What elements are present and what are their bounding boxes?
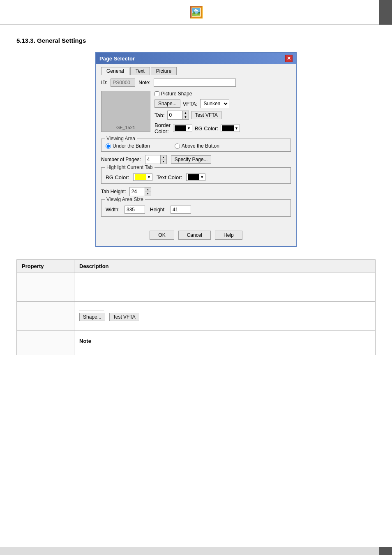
table-row xyxy=(17,293,376,302)
test-vfta-button[interactable]: Test VFTA xyxy=(191,111,221,119)
tab-spinner-arrows: ▲ ▼ xyxy=(182,111,189,119)
pages-spin-down[interactable]: ▼ xyxy=(161,160,166,164)
above-button-label: Above the Button xyxy=(175,143,219,149)
id-note-row: ID: Note: xyxy=(101,79,291,87)
pages-spinner-arrows: ▲ ▼ xyxy=(160,155,166,164)
pages-spin-up[interactable]: ▲ xyxy=(161,155,166,160)
bg-color-swatch[interactable]: ▼ xyxy=(221,125,240,132)
tab-height-spinner: ▲ ▼ xyxy=(129,187,151,196)
width-input[interactable] xyxy=(125,206,145,214)
highlight-bg-text-row: BG Color: ▼ Text Color: ▼ xyxy=(106,173,286,181)
property-cell xyxy=(17,293,74,302)
shape-test-row: Shape... Test VFTA xyxy=(79,313,370,321)
picture-shape-checkbox[interactable] xyxy=(154,91,159,96)
dialog-footer: OK Cancel Help xyxy=(101,227,291,241)
app-icon: 🖼️ xyxy=(189,5,203,19)
bg-color-label: BG Color: xyxy=(195,125,218,132)
tab-height-up[interactable]: ▲ xyxy=(145,187,151,192)
description-col-header: Description xyxy=(74,260,376,273)
highlight-bg-color-block xyxy=(135,174,146,180)
description-cell: Shape... Test VFTA xyxy=(74,302,376,331)
tab-height-input[interactable] xyxy=(130,188,145,195)
viewing-area-size-legend: Viewig Area Size xyxy=(105,197,145,202)
border-color-label: BorderColor: xyxy=(154,122,171,134)
top-bar: 🖼️ xyxy=(0,0,392,25)
border-color-swatch[interactable]: ▼ xyxy=(173,125,192,132)
border-color-block xyxy=(175,125,186,131)
highlight-text-arrow: ▼ xyxy=(200,175,204,179)
id-label: ID: xyxy=(101,80,107,86)
middle-section: GF_1521 Picture Shape Shape... VFTA: xyxy=(101,91,291,134)
property-col-header: Property xyxy=(17,260,74,273)
dialog-close-button[interactable]: ✕ xyxy=(285,55,293,62)
width-label: Width: xyxy=(106,207,120,213)
tab-num-row: Tab: ▲ ▼ Test VFTA xyxy=(154,111,291,120)
viewing-area-radio-row: Under the Button Above the Button xyxy=(106,143,286,149)
tab-text[interactable]: Text xyxy=(130,67,150,75)
table-row: Note xyxy=(17,331,376,355)
table-test-vfta-button[interactable]: Test VFTA xyxy=(109,313,139,321)
tab-spin-up[interactable]: ▲ xyxy=(183,111,189,115)
tab-spin-down[interactable]: ▼ xyxy=(183,115,189,119)
tab-height-label: Tab Height: xyxy=(101,189,126,194)
viewing-area-size-group: Viewig Area Size Width: Height: xyxy=(101,199,291,217)
id-input[interactable] xyxy=(111,79,135,87)
shape-vfta-row: Shape... VFTA: Sunken Raised Flat xyxy=(154,99,291,108)
note-text: Note xyxy=(79,338,91,344)
pages-spinner: ▲ ▼ xyxy=(145,155,167,164)
description-cell: Note xyxy=(74,331,376,355)
pages-row: Number of Pages: ▲ ▼ Specify Page... xyxy=(101,155,291,164)
tab-value-input[interactable] xyxy=(168,111,182,119)
above-button-radio[interactable] xyxy=(175,143,180,149)
tab-general[interactable]: General xyxy=(101,67,129,75)
highlight-text-color-block xyxy=(188,174,199,180)
dialog-tabs: General Text Picture xyxy=(101,67,291,75)
num-pages-label: Number of Pages: xyxy=(101,157,141,162)
viewing-area-legend: Viewing Area xyxy=(105,136,137,141)
border-color-arrow: ▼ xyxy=(187,126,191,130)
tab-height-row: Tab Height: ▲ ▼ xyxy=(101,187,291,196)
property-cell xyxy=(17,331,74,355)
page-selector-dialog: Page Selector ✕ General Text Picture ID:… xyxy=(95,52,297,247)
table-shape-button[interactable]: Shape... xyxy=(79,313,105,321)
tab-spinner: ▲ ▼ xyxy=(167,111,189,120)
property-cell xyxy=(17,273,74,293)
tab-label: Tab: xyxy=(154,112,165,118)
num-pages-input[interactable] xyxy=(145,156,160,163)
cancel-button[interactable]: Cancel xyxy=(178,231,211,240)
picture-shape-row: Picture Shape xyxy=(154,91,291,97)
specify-page-button[interactable]: Specify Page... xyxy=(171,155,212,164)
border-bg-color-row: BorderColor: ▼ BG Color: ▼ xyxy=(154,122,291,134)
view-size-row: Width: Height: xyxy=(106,206,286,214)
note-label: Note: xyxy=(138,80,150,86)
highlight-tab-legend: Highlight Current Tab xyxy=(105,164,154,170)
highlight-bg-swatch[interactable]: ▼ xyxy=(133,173,152,181)
ok-button[interactable]: OK xyxy=(150,231,174,240)
tab-height-arrows: ▲ ▼ xyxy=(145,187,151,196)
main-content: 5.13.3. General Settings Page Selector ✕… xyxy=(0,25,392,368)
help-button[interactable]: Help xyxy=(215,231,242,240)
top-right-decoration xyxy=(379,0,392,25)
highlight-bg-label: BG Color: xyxy=(106,174,129,180)
table-row: Shape... Test VFTA xyxy=(17,302,376,331)
height-input[interactable] xyxy=(171,206,191,214)
preview-box: GF_1521 xyxy=(101,91,150,132)
under-button-label: Under the Button xyxy=(106,143,150,149)
dialog-title: Page Selector xyxy=(99,56,135,62)
bottom-bar xyxy=(0,547,392,555)
description-cell xyxy=(74,293,376,302)
tab-height-down[interactable]: ▼ xyxy=(145,192,151,196)
property-table: Property Description xyxy=(16,259,376,355)
highlight-text-swatch[interactable]: ▼ xyxy=(186,173,205,181)
shape-button[interactable]: Shape... xyxy=(154,99,180,108)
bg-color-block xyxy=(222,125,234,131)
height-label: Height: xyxy=(150,207,166,213)
under-button-radio[interactable] xyxy=(106,143,111,149)
tab-picture[interactable]: Picture xyxy=(151,67,177,75)
property-cell xyxy=(17,302,74,331)
description-cell xyxy=(74,273,376,293)
dialog-titlebar: Page Selector ✕ xyxy=(96,53,296,64)
note-input[interactable] xyxy=(154,79,236,87)
controls-section: Picture Shape Shape... VFTA: Sunken Rais… xyxy=(154,91,291,134)
vfta-select[interactable]: Sunken Raised Flat xyxy=(200,99,229,108)
